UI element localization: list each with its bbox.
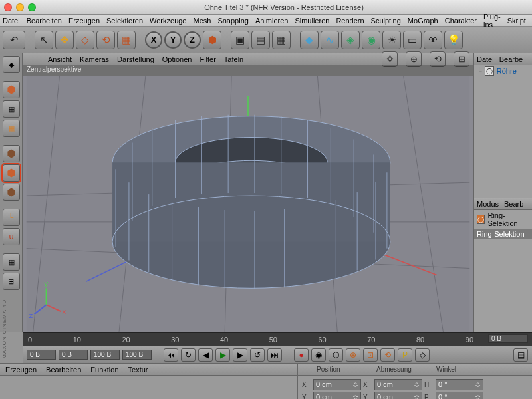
menu-sculpting[interactable]: Sculpting <box>371 17 401 25</box>
texture-mode-button[interactable]: ▦ <box>3 100 20 118</box>
rp-tab-bearbeiten[interactable]: Bearbe <box>499 55 523 63</box>
vp-menu-optionen[interactable]: Optionen <box>162 55 192 63</box>
axis-y-button[interactable]: Y <box>164 31 182 49</box>
snap-button[interactable]: ∪ <box>3 228 20 245</box>
menu-datei[interactable]: Datei <box>3 17 20 25</box>
deformer-button[interactable]: ◉ <box>362 31 380 49</box>
vp-nav-icon[interactable]: ✥ <box>382 51 398 67</box>
menu-bearbeiten[interactable]: Bearbeiten <box>27 17 62 25</box>
vp-menu-ansicht[interactable]: Ansicht <box>48 55 72 63</box>
bot-tab-bearbeiten[interactable]: Bearbeiten <box>46 366 81 374</box>
play-button[interactable]: ▶ <box>215 348 230 362</box>
camera-button[interactable]: ▭ <box>403 31 422 49</box>
undo-button[interactable]: ↶ <box>3 31 25 49</box>
select-tool[interactable]: ↖ <box>35 31 53 49</box>
frame-preview-end-field[interactable]: 100 B <box>90 350 120 360</box>
generator-button[interactable]: ◈ <box>341 31 360 49</box>
frame-start-field[interactable]: 0 B <box>27 350 56 360</box>
maximize-icon[interactable] <box>28 3 36 11</box>
size-y-field[interactable]: 0 cm≎ <box>374 392 422 399</box>
menu-charakter[interactable]: Charakter <box>445 17 477 25</box>
menu-mograph[interactable]: MoGraph <box>408 17 438 25</box>
frame-preview-start-field[interactable]: 0 B <box>59 350 88 360</box>
primitive-cube-button[interactable]: ◆ <box>300 31 319 49</box>
make-editable-button[interactable]: ◆ <box>3 56 20 73</box>
frame-end-field[interactable]: 100 B <box>122 350 152 360</box>
rotate-tool[interactable]: ⟲ <box>96 31 115 49</box>
vp-menu-kameras[interactable]: Kameras <box>80 55 109 63</box>
prev-frame-button[interactable]: ◀ <box>198 348 213 362</box>
ring-selection-row[interactable]: ◯ Ring-Selektion <box>474 210 532 229</box>
workplane-button[interactable]: ▦ <box>3 120 20 137</box>
timeline-current-frame[interactable]: 0 B <box>488 334 528 343</box>
vp-menu-filter[interactable]: Filter <box>200 55 215 63</box>
vp-rotate-icon[interactable]: ⟲ <box>430 51 446 67</box>
object-row[interactable]: └ ◯ Röhre <box>474 65 532 77</box>
light2-button[interactable]: 💡 <box>444 31 463 49</box>
spline-button[interactable]: ∿ <box>321 31 339 49</box>
menu-erzeugen[interactable]: Erzeugen <box>68 17 100 25</box>
layout-button[interactable]: ▤ <box>513 348 528 362</box>
vp-maximize-icon[interactable]: ⊞ <box>454 51 469 67</box>
ring-selection-active[interactable]: Ring-Selektion <box>474 229 532 239</box>
model-mode-button[interactable] <box>3 81 20 98</box>
rot-h-field[interactable]: 0 °≎ <box>436 379 483 390</box>
scale-tool[interactable]: ◇ <box>76 31 94 49</box>
play-forward-button[interactable]: ↺ <box>250 348 265 362</box>
autokey-button[interactable]: ◉ <box>311 348 326 362</box>
axis-button[interactable]: └ <box>3 209 20 226</box>
menu-simulieren[interactable]: Simulieren <box>295 17 329 25</box>
timeline[interactable]: 0102030405060708090100 0 B <box>23 332 532 346</box>
bot-tab-textur[interactable]: Textur <box>128 366 148 374</box>
pos-x-field[interactable]: 0 cm≎ <box>313 379 361 390</box>
bot-tab-funktion[interactable]: Funktion <box>90 366 118 374</box>
menu-animieren[interactable]: Animieren <box>255 17 289 25</box>
menu-selektieren[interactable]: Selektieren <box>106 17 143 25</box>
record-button[interactable]: ● <box>294 348 309 362</box>
bot-tab-erzeugen[interactable]: Erzeugen <box>5 366 37 374</box>
light-button[interactable]: 👁 <box>424 31 442 49</box>
rp-tab-bearb[interactable]: Bearb <box>504 200 523 208</box>
rot-p-field[interactable]: 0 °≎ <box>436 392 483 399</box>
menu-snapping[interactable]: Snapping <box>217 17 249 25</box>
menu-plugins[interactable]: Plug-ins <box>483 13 501 29</box>
render-settings-button[interactable]: ▦ <box>272 31 291 49</box>
goto-end-button[interactable]: ⏭ <box>267 348 282 362</box>
pos-y-field[interactable]: 0 cm≎ <box>313 392 361 399</box>
menu-werkzeuge[interactable]: Werkzeuge <box>150 17 186 25</box>
vp-menu-tafeln[interactable]: Tafeln <box>224 55 243 63</box>
viewport-solo-button[interactable]: ▦ <box>3 253 20 271</box>
axis-x-button[interactable]: X <box>145 31 162 49</box>
keyframe-sel-button[interactable]: ⬡ <box>329 348 343 362</box>
menu-skript[interactable]: Skript <box>507 17 526 25</box>
axis-z-button[interactable]: Z <box>184 31 201 49</box>
recent-tool[interactable]: ▦ <box>117 31 136 49</box>
rp-tab-datei[interactable]: Datei <box>477 55 494 63</box>
size-x-field[interactable]: 0 cm≎ <box>374 379 422 390</box>
edge-mode-button[interactable] <box>3 164 20 182</box>
environment-button[interactable]: ☀ <box>382 31 401 49</box>
viewport-config-button[interactable]: ⊞ <box>3 273 20 290</box>
minimize-icon[interactable] <box>16 3 24 11</box>
polygon-mode-button[interactable] <box>3 184 20 201</box>
close-icon[interactable] <box>4 3 12 11</box>
vp-zoom-icon[interactable]: ⊕ <box>406 51 422 67</box>
rp-tab-modus[interactable]: Modus <box>477 200 499 208</box>
coord-system-button[interactable]: ⬢ <box>203 31 221 49</box>
menu-rendern[interactable]: Rendern <box>336 17 364 25</box>
menu-mesh[interactable]: Mesh <box>193 17 211 25</box>
key-pos-button[interactable]: ⊕ <box>346 348 360 362</box>
next-frame-button[interactable]: ▶ <box>233 348 247 362</box>
key-pla-button[interactable]: ◇ <box>415 348 430 362</box>
key-param-button[interactable]: P <box>398 348 412 362</box>
key-rot-button[interactable]: ⟲ <box>380 348 395 362</box>
vp-menu-darstellung[interactable]: Darstellung <box>117 55 154 63</box>
render-region-button[interactable]: ▤ <box>251 31 270 49</box>
move-tool[interactable]: ✥ <box>55 31 74 49</box>
viewport-3d[interactable]: y x z <box>23 76 473 332</box>
render-view-button[interactable]: ▣ <box>231 31 249 49</box>
point-mode-button[interactable] <box>3 145 20 162</box>
loop-button[interactable]: ↻ <box>181 348 196 362</box>
key-scale-button[interactable]: ⊡ <box>363 348 378 362</box>
goto-start-button[interactable]: ⏮ <box>164 348 178 362</box>
